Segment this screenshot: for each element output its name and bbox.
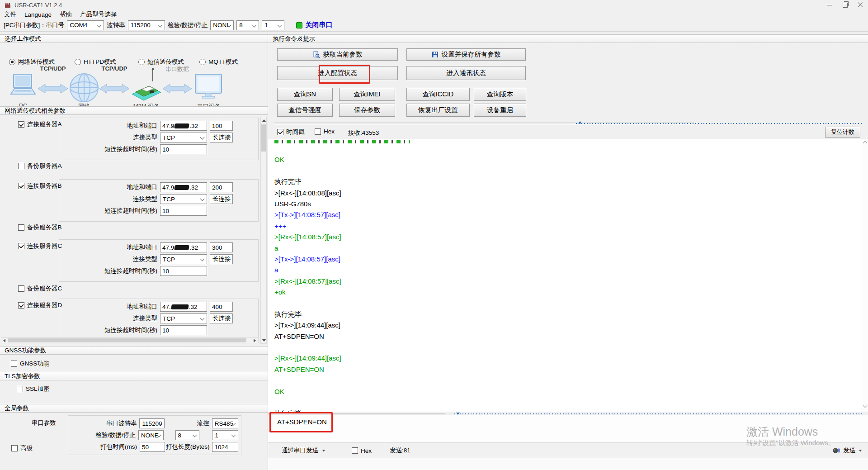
server-c-timeout-input[interactable]: 10 bbox=[160, 266, 207, 276]
server-d-mode-select[interactable]: 长连接 bbox=[210, 313, 233, 323]
flow-select[interactable]: RS485 bbox=[212, 418, 238, 428]
server-c-enable[interactable]: 连接服务器C bbox=[18, 242, 62, 250]
advanced-enable[interactable]: 高级 bbox=[11, 444, 33, 452]
server-c-address-input[interactable]: 47.9.32 bbox=[160, 242, 207, 252]
server-a-address-input[interactable]: 47.9.32 bbox=[160, 121, 207, 131]
stopbits-select[interactable]: 1 bbox=[262, 20, 284, 30]
server-b-type-select[interactable]: TCP bbox=[160, 194, 207, 204]
gnss-enable[interactable]: GNSS功能 bbox=[11, 360, 49, 368]
splitter-collapse-up-icon[interactable] bbox=[578, 121, 582, 123]
clipped-log-line bbox=[274, 140, 410, 143]
server-a-enable[interactable]: 连接服务器A bbox=[18, 120, 62, 128]
query-signal-button[interactable]: 查信号强度 bbox=[277, 104, 333, 117]
server-c-type-select[interactable]: TCP bbox=[160, 254, 207, 264]
checkbox-icon bbox=[352, 447, 358, 454]
close-button[interactable] bbox=[853, 0, 868, 10]
scroll-right-icon[interactable] bbox=[254, 339, 256, 342]
backup-c-enable[interactable]: 备份服务器C bbox=[18, 285, 62, 293]
dropdown-arrow-icon[interactable] bbox=[859, 450, 862, 451]
serial-stopbits-select[interactable]: 1 bbox=[212, 430, 238, 440]
device-restart-button[interactable]: 设备重启 bbox=[474, 104, 526, 117]
serial-parity-label: 检验/数据/停止 bbox=[68, 431, 136, 439]
enter-comm-button[interactable]: 进入通讯状态 bbox=[406, 66, 526, 80]
recv-hex-toggle[interactable]: Hex bbox=[315, 128, 335, 135]
splitter-dots[interactable] bbox=[576, 123, 863, 124]
redaction-mark bbox=[175, 245, 190, 250]
query-sn-button[interactable]: 查询SN bbox=[277, 88, 333, 101]
server-a-mode-select[interactable]: 长连接 bbox=[210, 133, 233, 142]
timestamp-toggle[interactable]: 时间戳 bbox=[277, 128, 305, 136]
scroll-up-icon[interactable] bbox=[863, 141, 868, 146]
send-via-serial-button[interactable]: 通过串口发送 bbox=[282, 446, 318, 455]
server-c-mode-select[interactable]: 长连接 bbox=[210, 254, 233, 264]
get-params-button[interactable]: 获取当前参数 bbox=[277, 48, 398, 61]
scroll-down-icon[interactable] bbox=[863, 404, 868, 408]
save-params-button[interactable]: 保存参数 bbox=[339, 104, 395, 117]
scroll-down-icon[interactable] bbox=[262, 339, 266, 342]
send-hex-toggle[interactable]: Hex bbox=[352, 447, 372, 454]
serial-baud-select[interactable]: 115200 bbox=[139, 418, 165, 428]
log-output[interactable]: OK执行完毕>[Rx<-][14:08:08][asc]USR-G780s>[T… bbox=[268, 139, 868, 412]
query-imei-button[interactable]: 查询IMEI bbox=[339, 88, 395, 101]
server-b-port-input[interactable]: 200 bbox=[210, 182, 233, 192]
server-d-timeout-input[interactable]: 10 bbox=[160, 325, 207, 335]
query-iccid-button[interactable]: 查询ICCID bbox=[406, 88, 470, 101]
menu-language[interactable]: Language bbox=[20, 11, 56, 18]
server-d-type-select[interactable]: TCP bbox=[160, 313, 207, 323]
reset-count-button[interactable]: 复位计数 bbox=[825, 127, 860, 138]
server-c-port-input[interactable]: 300 bbox=[210, 242, 233, 252]
server-a-port-input[interactable]: 100 bbox=[210, 121, 233, 131]
server-b-address-input[interactable]: 47.9.32 bbox=[160, 182, 207, 192]
restore-button[interactable] bbox=[837, 0, 853, 10]
log-vscrollbar[interactable] bbox=[862, 139, 868, 412]
menu-product-model[interactable]: 产品型号选择 bbox=[76, 10, 121, 19]
set-save-params-button[interactable]: 设置并保存所有参数 bbox=[406, 48, 526, 61]
server-b-timeout-input[interactable]: 10 bbox=[160, 206, 207, 216]
serial-group-label: 串口参数 bbox=[32, 419, 56, 427]
factory-reset-button[interactable]: 恢复出厂设置 bbox=[406, 104, 470, 117]
left-panel: 选择工作模式 网络透传模式 HTTPD模式 短信透传模式 MQTT模式 TCP/… bbox=[0, 32, 268, 470]
pack-len-input[interactable]: 1024 bbox=[212, 442, 238, 452]
server-list-vscrollbar[interactable] bbox=[260, 117, 267, 344]
query-version-button[interactable]: 查询版本 bbox=[474, 88, 526, 101]
send-input-text[interactable]: AT+SDPEN=ON bbox=[277, 418, 327, 426]
dropdown-arrow-icon[interactable] bbox=[322, 450, 325, 451]
menu-file[interactable]: 文件 bbox=[0, 10, 20, 19]
server-list-hscrollbar[interactable] bbox=[1, 337, 259, 343]
enter-config-button[interactable]: 进入配置状态 bbox=[277, 66, 398, 80]
serial-baud-label: 串口波特率 bbox=[68, 419, 137, 427]
databits-select[interactable]: 8 bbox=[236, 20, 259, 30]
server-b-enable[interactable]: 连接服务器B bbox=[18, 182, 62, 190]
backup-a-enable[interactable]: 备份服务器A bbox=[18, 162, 62, 170]
close-serial-button[interactable]: 关闭串口 bbox=[305, 21, 332, 29]
server-b-mode-select[interactable]: 长连接 bbox=[210, 194, 233, 204]
serial-parity-select[interactable]: NONE bbox=[138, 430, 164, 440]
minimize-button[interactable] bbox=[822, 0, 837, 10]
server-a-type-select[interactable]: TCP bbox=[160, 133, 207, 142]
server-a-timeout-input[interactable]: 10 bbox=[160, 144, 207, 154]
send-input-area[interactable]: AT+SDPEN=ON bbox=[268, 415, 868, 442]
scroll-left-icon[interactable] bbox=[3, 339, 5, 342]
server-a-box: 地址和端口 47.9.32 100 连接类型 TCP 长连接 短连接超时时间(秒… bbox=[59, 118, 259, 160]
scroll-thumb[interactable] bbox=[8, 338, 246, 342]
network-globe-icon bbox=[70, 74, 98, 102]
baud-select[interactable]: 115200 bbox=[128, 20, 165, 30]
pack-time-input[interactable]: 50 bbox=[140, 442, 165, 452]
serial-databits-select[interactable]: 8 bbox=[175, 430, 200, 440]
server-d-address-input[interactable]: 47..32 bbox=[160, 302, 207, 312]
splitter-dots[interactable] bbox=[454, 413, 863, 414]
pack-time-label: 打包时间(ms) bbox=[68, 443, 137, 451]
scroll-thumb[interactable] bbox=[261, 124, 266, 152]
send-button[interactable]: 发送 bbox=[832, 446, 862, 455]
parity-select[interactable]: NONI bbox=[210, 20, 234, 30]
redaction-mark bbox=[175, 123, 190, 128]
server-d-port-input[interactable]: 400 bbox=[210, 302, 233, 312]
log-line: a bbox=[268, 265, 868, 275]
backup-b-enable[interactable]: 备份服务器B bbox=[18, 223, 62, 232]
menu-help[interactable]: 帮助 bbox=[56, 10, 76, 19]
log-line bbox=[268, 166, 868, 176]
server-d-enable[interactable]: 连接服务器D bbox=[18, 301, 62, 309]
ssl-enable[interactable]: SSL加密 bbox=[17, 385, 50, 393]
com-port-select[interactable]: COM4 bbox=[67, 20, 104, 30]
scroll-up-icon[interactable] bbox=[262, 119, 266, 122]
